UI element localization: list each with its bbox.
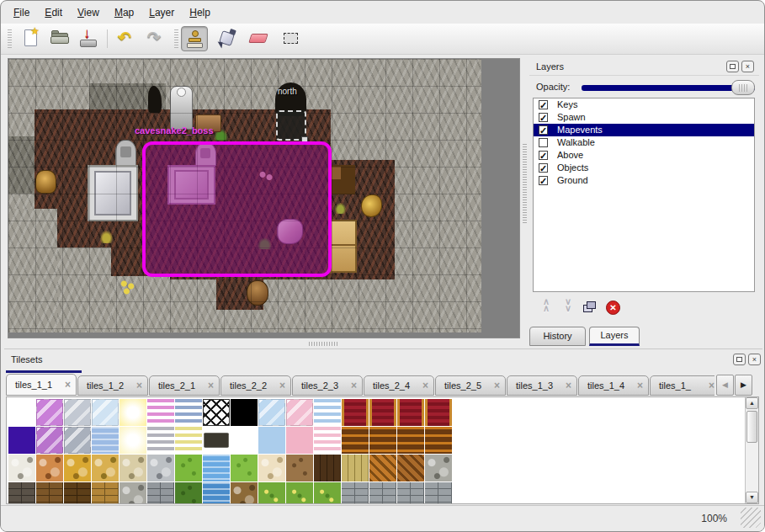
menu-file[interactable]: File	[6, 3, 37, 22]
layer-checkbox[interactable]	[539, 138, 548, 147]
layer-row-mapevents[interactable]: ✓Mapevents	[534, 124, 754, 136]
tile-1-14[interactable]	[397, 427, 424, 454]
tileset-tab-tiles_2_3[interactable]: tiles_2_3×	[292, 375, 363, 396]
layer-row-walkable[interactable]: Walkable	[534, 136, 754, 149]
tile-2-1[interactable]	[36, 455, 63, 481]
tile-0-10[interactable]	[286, 399, 313, 426]
tileset-tab-tiles_1_2[interactable]: tiles_1_2×	[77, 375, 148, 396]
layer-row-above[interactable]: ✓Above	[534, 149, 754, 162]
layer-checkbox[interactable]: ✓	[539, 113, 548, 122]
tile-1-5[interactable]	[147, 427, 174, 454]
delete-layer-button[interactable]: ✕	[603, 298, 624, 318]
menu-edit[interactable]: Edit	[37, 3, 70, 22]
window-resize-grip[interactable]	[741, 508, 761, 528]
layer-checkbox[interactable]: ✓	[539, 176, 548, 185]
undo-button[interactable]: ↶	[114, 26, 141, 51]
tile-3-5[interactable]	[147, 482, 174, 504]
tile-3-14[interactable]	[397, 482, 424, 504]
tileset-tab-tiles_1_1[interactable]: tiles_1_1×	[6, 374, 77, 396]
tile-2-4[interactable]	[120, 455, 146, 481]
tab-scroll-left-button[interactable]: ◀	[716, 375, 734, 396]
layer-checkbox[interactable]: ✓	[539, 163, 548, 173]
tileset-scrollbar[interactable]: ▲ ▼	[745, 397, 758, 503]
tab-close-icon[interactable]: ×	[637, 376, 643, 395]
move-layer-down-button[interactable]: ∨∨	[558, 298, 578, 318]
tile-1-3[interactable]	[92, 427, 119, 454]
tile-3-11[interactable]	[314, 482, 341, 504]
dock-tab-history[interactable]: History	[529, 327, 586, 346]
tile-0-4[interactable]	[120, 399, 146, 426]
stamp-tool-button[interactable]	[181, 26, 208, 51]
toolbar-grip-2[interactable]	[174, 29, 178, 48]
tile-0-2[interactable]	[64, 399, 91, 426]
tab-close-icon[interactable]: ×	[709, 376, 715, 395]
tile-0-11[interactable]	[314, 399, 341, 426]
tile-0-13[interactable]	[369, 399, 396, 426]
tab-close-icon[interactable]: ×	[279, 376, 285, 395]
tile-0-8[interactable]	[231, 399, 258, 426]
tile-2-13[interactable]	[369, 455, 396, 481]
tile-1-12[interactable]	[342, 427, 369, 454]
toolbar-grip[interactable]	[8, 29, 12, 48]
layer-row-objects[interactable]: ✓Objects	[534, 162, 754, 174]
tile-2-15[interactable]	[425, 455, 452, 481]
layer-checkbox[interactable]: ✓	[539, 125, 548, 135]
tile-3-12[interactable]	[342, 482, 369, 504]
tile-1-10[interactable]	[286, 427, 313, 454]
float-panel-icon[interactable]	[726, 61, 739, 72]
layer-checkbox[interactable]: ✓	[539, 100, 548, 109]
tile-3-15[interactable]	[425, 482, 452, 504]
tile-0-15[interactable]	[425, 399, 452, 426]
open-file-button[interactable]	[46, 26, 73, 51]
tile-3-3[interactable]	[92, 482, 119, 504]
tile-3-10[interactable]	[286, 482, 313, 504]
tile-2-6[interactable]	[175, 455, 202, 481]
tile-3-7[interactable]	[203, 482, 230, 504]
layer-checkbox[interactable]: ✓	[539, 151, 548, 160]
layer-row-ground[interactable]: ✓Ground	[534, 174, 754, 187]
tile-1-11[interactable]	[314, 427, 341, 454]
tab-scroll-right-button[interactable]: ▶	[735, 375, 752, 396]
tile-3-0[interactable]	[8, 482, 35, 504]
tile-0-12[interactable]	[342, 399, 369, 426]
tile-2-9[interactable]	[258, 455, 285, 481]
layer-row-spawn[interactable]: ✓Spawn	[534, 111, 754, 124]
duplicate-layer-button[interactable]	[580, 298, 600, 318]
select-tool-button[interactable]	[277, 26, 304, 51]
tile-0-3[interactable]	[92, 399, 119, 426]
tab-close-icon[interactable]: ×	[208, 376, 214, 395]
tileset-tab-tiles_2_4[interactable]: tiles_2_4×	[364, 375, 434, 396]
opacity-slider-handle[interactable]	[731, 80, 755, 95]
tab-close-icon[interactable]: ×	[494, 376, 500, 395]
scrollbar-thumb[interactable]	[746, 411, 757, 443]
tileset-view[interactable]: ▲ ▼	[6, 396, 759, 504]
tile-1-4[interactable]	[120, 427, 146, 454]
scroll-up-button[interactable]: ▲	[746, 397, 758, 409]
tile-1-6[interactable]	[175, 427, 202, 454]
scroll-down-button[interactable]: ▼	[746, 492, 758, 503]
tile-1-9[interactable]	[258, 427, 285, 454]
horizontal-splitter[interactable]	[8, 340, 520, 348]
tile-1-15[interactable]	[425, 427, 452, 454]
tile-3-13[interactable]	[369, 482, 396, 504]
move-layer-up-button[interactable]: ∧∧	[536, 298, 556, 318]
tile-0-0[interactable]	[8, 399, 35, 426]
tile-1-2[interactable]	[64, 427, 91, 454]
tile-0-5[interactable]	[147, 399, 174, 426]
tab-close-icon[interactable]: ×	[136, 376, 142, 395]
opacity-slider-track[interactable]	[582, 85, 755, 91]
tileset-tab-tiles_1_[interactable]: tiles_1_×	[650, 375, 715, 396]
tileset-tab-tiles_1_3[interactable]: tiles_1_3×	[507, 375, 577, 396]
tile-2-12[interactable]	[342, 455, 369, 481]
map-selection-rect[interactable]	[142, 141, 332, 277]
tileset-tab-tiles_2_2[interactable]: tiles_2_2×	[220, 375, 291, 396]
tile-3-8[interactable]	[231, 482, 258, 504]
tile-2-5[interactable]	[147, 455, 174, 481]
save-file-button[interactable]: ↓	[75, 26, 102, 51]
menu-layer[interactable]: Layer	[141, 3, 182, 22]
tile-2-14[interactable]	[397, 455, 424, 481]
tileset-tab-tiles_2_5[interactable]: tiles_2_5×	[435, 375, 506, 396]
map-canvas[interactable]: north cavesnake2_boss	[8, 59, 481, 332]
menu-help[interactable]: Help	[182, 3, 218, 22]
close-panel-icon[interactable]: ×	[741, 61, 754, 72]
